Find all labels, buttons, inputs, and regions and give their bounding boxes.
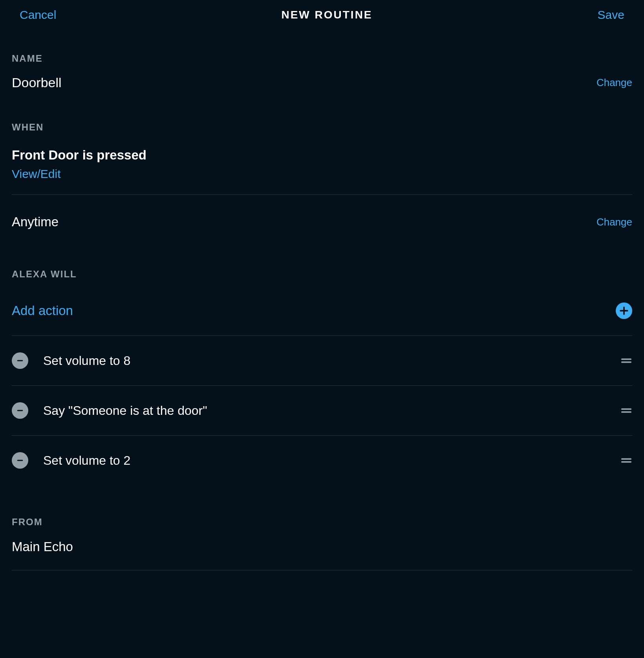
- from-section-label: FROM: [12, 485, 632, 528]
- routine-name-value: Doorbell: [12, 75, 62, 90]
- change-name-link[interactable]: Change: [596, 77, 632, 89]
- drag-handle-icon[interactable]: [620, 405, 632, 416]
- action-left: Set volume to 2: [12, 452, 130, 469]
- action-row: Set volume to 8: [12, 335, 632, 385]
- action-text: Say "Someone is at the door": [43, 403, 207, 418]
- divider: [12, 570, 632, 570]
- remove-action-icon[interactable]: [12, 402, 28, 419]
- content: NAME Doorbell Change WHEN Front Door is …: [0, 29, 644, 570]
- when-section-label: WHEN: [12, 98, 632, 144]
- action-row: Set volume to 2: [12, 435, 632, 485]
- page-title: NEW ROUTINE: [281, 9, 372, 21]
- drag-handle-icon[interactable]: [620, 355, 632, 367]
- change-schedule-link[interactable]: Change: [596, 216, 632, 228]
- schedule-row: Anytime Change: [12, 195, 632, 245]
- add-action-button[interactable]: Add action: [12, 291, 632, 335]
- name-row: Doorbell Change: [12, 75, 632, 98]
- when-trigger-text: Front Door is pressed: [12, 144, 632, 163]
- action-left: Set volume to 8: [12, 352, 130, 369]
- schedule-text: Anytime: [12, 214, 59, 229]
- action-row: Say "Someone is at the door": [12, 385, 632, 435]
- name-section-label: NAME: [12, 29, 632, 75]
- action-text: Set volume to 8: [43, 354, 130, 368]
- add-action-label: Add action: [12, 303, 73, 318]
- drag-handle-icon[interactable]: [620, 455, 632, 466]
- save-button[interactable]: Save: [598, 8, 624, 22]
- remove-action-icon[interactable]: [12, 452, 28, 469]
- view-edit-link[interactable]: View/Edit: [12, 163, 632, 194]
- plus-icon: [616, 302, 632, 319]
- action-text: Set volume to 2: [43, 453, 130, 468]
- from-device-value[interactable]: Main Echo: [12, 528, 632, 570]
- action-left: Say "Someone is at the door": [12, 402, 207, 419]
- actions-section-label: ALEXA WILL: [12, 245, 632, 291]
- remove-action-icon[interactable]: [12, 352, 28, 369]
- header: Cancel NEW ROUTINE Save: [0, 0, 644, 29]
- cancel-button[interactable]: Cancel: [20, 8, 56, 22]
